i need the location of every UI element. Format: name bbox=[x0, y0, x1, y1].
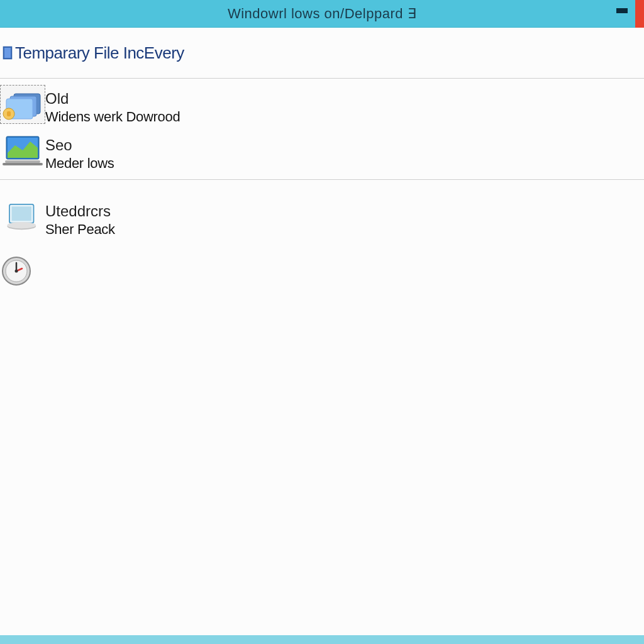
svg-rect-10 bbox=[5, 160, 40, 163]
section-b: Uteddrcrs Sher Peack bbox=[0, 180, 644, 287]
list-item[interactable]: Old Widens werk Dowrood bbox=[0, 82, 644, 129]
svg-rect-11 bbox=[3, 163, 43, 165]
svg-rect-1 bbox=[4, 48, 11, 58]
svg-rect-6 bbox=[7, 111, 11, 116]
section-a: Old Widens werk Dowrood Seo Meder lows bbox=[0, 78, 644, 180]
svg-point-15 bbox=[8, 221, 36, 228]
list-item[interactable]: Uteddrcrs Sher Peack bbox=[0, 195, 644, 242]
svg-point-20 bbox=[15, 270, 18, 273]
list-item-subtitle: Sher Peack bbox=[45, 221, 115, 239]
svg-rect-13 bbox=[12, 206, 32, 221]
content-area: Temparary File IncEvery Old Widens werk … bbox=[0, 28, 644, 635]
list-item-text: Seo Meder lows bbox=[45, 131, 114, 173]
page-icon bbox=[3, 46, 13, 60]
list-item-text: Old Widens werk Dowrood bbox=[45, 85, 180, 126]
folder-old-icon bbox=[0, 85, 45, 124]
page-header: Temparary File IncEvery bbox=[0, 28, 644, 78]
page-title: Temparary File IncEvery bbox=[15, 43, 184, 63]
list-item-text: Uteddrcrs Sher Peack bbox=[45, 197, 115, 239]
list-item-title: Uteddrcrs bbox=[45, 201, 115, 221]
list-item-subtitle: Widens werk Dowrood bbox=[45, 108, 180, 126]
list-item-title: Seo bbox=[45, 135, 114, 155]
monitor-seo-icon bbox=[0, 131, 45, 170]
clock-icon[interactable] bbox=[1, 256, 31, 286]
titlebar: Windowrl lows on/Delppard ∃ bbox=[0, 0, 644, 28]
drive-icon bbox=[0, 197, 45, 236]
bottombar bbox=[0, 635, 644, 644]
titlebar-controls bbox=[616, 0, 644, 27]
window-title: Windowrl lows on/Delppard ∃ bbox=[228, 6, 416, 22]
minimize-button[interactable] bbox=[616, 8, 628, 13]
close-button[interactable] bbox=[635, 0, 644, 28]
list-item-title: Old bbox=[45, 89, 180, 108]
list-item-subtitle: Meder lows bbox=[45, 155, 114, 173]
list-item[interactable]: Seo Meder lows bbox=[0, 129, 644, 175]
